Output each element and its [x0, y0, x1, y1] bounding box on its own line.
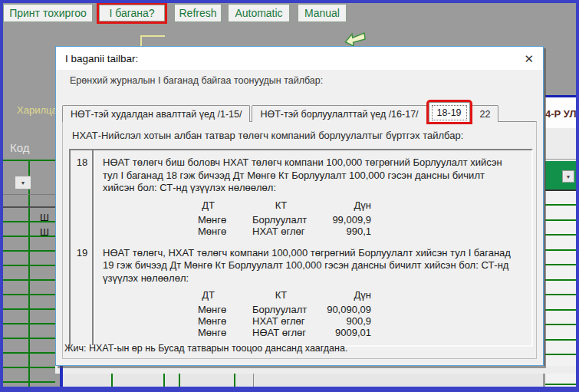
table-cell: 990,1: [325, 226, 371, 237]
cell-value: Ш: [40, 226, 49, 238]
application-window: Харилцаг Код ▼ Ш Ш 4-Р УЛ ▼: [0, 0, 579, 392]
manual-button[interactable]: Manual: [298, 4, 347, 22]
tab-18-19[interactable]: 18-19: [429, 102, 470, 122]
entry-18: 18 НӨАТ төлөгч биш боловч НХАТ төлөгч ко…: [71, 156, 531, 237]
entry-body: НӨАТ төлөгч, НХАТ төлөгч компани 100,000…: [94, 247, 531, 339]
filter-dropdown-button[interactable]: ▼: [562, 170, 574, 183]
close-icon[interactable]: ✕: [524, 53, 534, 64]
entry-code: 18: [71, 156, 94, 237]
filter-dropdown-button[interactable]: ▼: [15, 176, 31, 189]
panel-note-label: Жич: НХАТ-ын өр нь Бусад татварын тооцоо…: [64, 343, 347, 354]
green-header-cell: ▼: [545, 161, 576, 189]
i-column-button[interactable]: I багана?: [99, 5, 165, 21]
tab-vat-purchases[interactable]: НӨТ-тэй худалдан авалттай үед /1-15/: [62, 105, 250, 122]
table-header: ДТ: [179, 199, 237, 214]
dialog-i-column-info: I baganii tailbar: ✕ Ерөнхий журналын I …: [55, 46, 544, 366]
tab-vat-sales[interactable]: НӨТ-тэй борлуулалттай үед /16-17/: [252, 105, 426, 122]
table-header: ДТ: [179, 289, 237, 304]
background-under-dialog: [55, 366, 576, 374]
grid-line: [545, 159, 576, 160]
tab-panel-18-19: НХАТ-Нийслэл хотын албан татвар төлөгч к…: [62, 121, 537, 359]
undo-arrow-icon: [344, 31, 367, 47]
spreadsheet-row-bottom: [63, 374, 543, 387]
table-cell: НХАТ өглөг: [237, 315, 325, 327]
table-cell: 90,090,09: [325, 304, 371, 315]
code-column-label: Код: [10, 141, 30, 154]
entry-body: НӨАТ төлөгч биш боловч НХАТ төлөгч компа…: [94, 156, 531, 237]
chevron-down-icon: ▼: [566, 174, 571, 180]
window-border: [0, 0, 3, 392]
table-cell: Мөнгө: [179, 226, 237, 237]
background-spreadsheet-right: 4-Р УЛ ▼: [545, 46, 576, 387]
pane-divider: [60, 366, 63, 387]
dialog-titlebar: I baganii tailbar: ✕: [56, 47, 543, 70]
partner-column-label: Харилцаг: [17, 104, 55, 116]
grid-line: [3, 194, 55, 195]
entry-text: НӨАТ төлөгч, НХАТ төлөгч компани 100,000…: [103, 247, 519, 285]
tab-22[interactable]: 22: [472, 105, 499, 122]
entry-text: НӨАТ төлөгч биш боловч НХАТ төлөгч компа…: [103, 156, 519, 195]
window-border: [0, 0, 579, 3]
dialog-intro-label: Ерөнхий журналын I баганад байгаа тоонуу…: [70, 75, 323, 86]
table-cell: Мөнгө: [179, 315, 237, 327]
entry-19: 19 НӨАТ төлөгч, НХАТ төлөгч компани 100,…: [71, 247, 531, 339]
dialog-title: I baganii tailbar:: [65, 53, 138, 64]
table-cell: 9009,01: [325, 327, 371, 338]
table-header: Дүн: [325, 199, 371, 214]
entry-account-table: ДТ КТ Дүн Мөнгө Борлуулалт 99,009,9 Мөнг…: [179, 199, 519, 237]
table-cell: Борлуулалт: [237, 304, 325, 315]
automatic-button[interactable]: Automatic: [228, 4, 290, 22]
background-spreadsheet-left: Харилцаг Код ▼ Ш Ш: [3, 21, 55, 387]
table-header: Дүн: [325, 289, 371, 304]
table-cell: Мөнгө: [179, 304, 237, 315]
panel-header-label: НХАТ-Нийслэл хотын албан татвар төлөгч к…: [72, 130, 463, 141]
period-header-cell: 4-Р УЛ: [545, 97, 576, 128]
entry-account-table: ДТ КТ Дүн Мөнгө Борлуулалт 90,090,09 Мөн…: [179, 289, 519, 338]
grid-line: [111, 374, 113, 387]
tab-strip: НӨТ-тэй худалдан авалттай үед /1-15/ НӨТ…: [62, 102, 500, 122]
code-column-divider: [92, 150, 95, 345]
chevron-down-icon: ▼: [21, 180, 26, 186]
table-cell: 99,009,9: [325, 214, 371, 226]
entry-code: 19: [71, 247, 94, 339]
refresh-button[interactable]: Refresh: [174, 4, 222, 22]
explanation-box: 18 НӨАТ төлөгч биш боловч НХАТ төлөгч ко…: [69, 149, 533, 347]
table-header: КТ: [237, 199, 325, 214]
spreadsheet-rows-right: [545, 191, 576, 387]
annotation-highlight-i-column: I багана?: [97, 2, 167, 24]
grid-line: [253, 374, 254, 387]
table-cell: НӨАТ өглөг: [237, 327, 325, 338]
window-border: [0, 387, 579, 392]
print-settings-button[interactable]: Принт тохиргоо: [3, 4, 93, 22]
table-cell: Борлуулалт: [237, 214, 325, 226]
table-cell: Мөнгө: [179, 327, 237, 338]
window-border: [576, 0, 579, 392]
grid-line: [163, 374, 165, 387]
header-cell: [545, 128, 576, 161]
grid-line: [234, 374, 235, 387]
table-header: КТ: [237, 289, 325, 304]
table-cell: НХАТ өглөг: [237, 226, 325, 237]
cell-value: Ш: [40, 212, 49, 223]
grid-line: [179, 374, 180, 387]
table-cell: Мөнгө: [179, 214, 237, 226]
table-cell: 900,9: [325, 315, 371, 327]
period-header-label: 4-Р УЛ: [545, 108, 576, 120]
